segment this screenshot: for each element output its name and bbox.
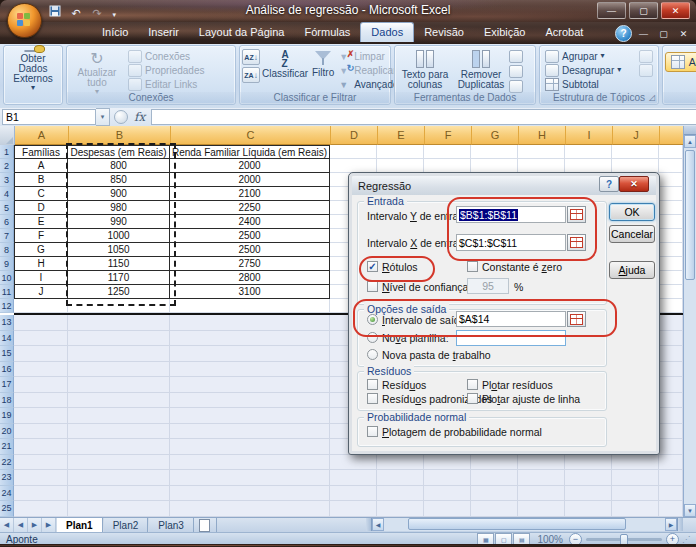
- input-y-range-field[interactable]: $B$1:$B$11: [456, 206, 566, 223]
- cell-G2[interactable]: [471, 159, 518, 173]
- cell-A9[interactable]: H: [14, 257, 68, 271]
- cell-B8[interactable]: 1050: [68, 243, 170, 257]
- col-header-partial[interactable]: [660, 126, 684, 145]
- vertical-scrollbar[interactable]: ▲ ▼: [683, 126, 696, 517]
- data-analysis-button[interactable]: Análise de Dados: [665, 52, 696, 72]
- cell-A12[interactable]: [14, 299, 68, 313]
- x-range-picker-button[interactable]: [567, 234, 586, 251]
- cell-partial-6[interactable]: [659, 215, 683, 229]
- row-header-15[interactable]: 15: [0, 346, 14, 362]
- cell-I2[interactable]: [565, 159, 612, 173]
- cell-C15[interactable]: [170, 346, 330, 362]
- row-header-14[interactable]: 14: [0, 331, 14, 347]
- cell-A6[interactable]: E: [14, 215, 68, 229]
- cell-B9[interactable]: 1150: [68, 257, 170, 271]
- zoom-slider[interactable]: [586, 538, 662, 541]
- first-sheet-icon[interactable]: ◀: [0, 518, 14, 532]
- scroll-up-icon[interactable]: ▲: [684, 135, 696, 148]
- residuals-checkbox[interactable]: [367, 379, 378, 390]
- cell-A4[interactable]: C: [14, 187, 68, 201]
- cell-B2[interactable]: 800: [68, 159, 170, 173]
- tab-revisão[interactable]: Revisão: [414, 22, 474, 41]
- clear-filter-button[interactable]: ▼✗ Limpar: [336, 49, 401, 63]
- cell-I25[interactable]: [565, 501, 612, 517]
- cell-J22[interactable]: [612, 455, 659, 471]
- cell-B25[interactable]: [68, 501, 170, 517]
- cell-partial-17[interactable]: [659, 377, 683, 393]
- tab-fórmulas[interactable]: Fórmulas: [295, 22, 361, 41]
- cell-A13[interactable]: [14, 315, 68, 331]
- last-sheet-icon[interactable]: ▶: [42, 518, 56, 532]
- cell-partial-14[interactable]: [659, 331, 683, 347]
- cell-partial-8[interactable]: [659, 243, 683, 257]
- cell-B15[interactable]: [68, 346, 170, 362]
- cell-B13[interactable]: [68, 315, 170, 331]
- cell-G23[interactable]: [471, 470, 518, 486]
- output-range-field[interactable]: $A$14: [456, 311, 566, 327]
- select-all-corner[interactable]: [0, 126, 15, 146]
- cell-C23[interactable]: [170, 470, 330, 486]
- data-validation-icon[interactable]: [509, 50, 523, 63]
- cell-B10[interactable]: 1170: [68, 271, 170, 285]
- scroll-down-icon[interactable]: ▼: [684, 504, 696, 517]
- new-worksheet-field[interactable]: [456, 330, 566, 346]
- cell-partial-12[interactable]: [659, 299, 683, 313]
- cell-J23[interactable]: [612, 470, 659, 486]
- sheet-tab-plan1[interactable]: Plan1: [56, 518, 103, 532]
- cell-C19[interactable]: [170, 408, 330, 424]
- filter-button[interactable]: Filtro: [310, 48, 336, 92]
- reapply-filter-button[interactable]: ▼↻ Reaplicar: [336, 63, 401, 77]
- row-header-18[interactable]: 18: [0, 393, 14, 409]
- cell-A25[interactable]: [14, 501, 68, 517]
- cell-D24[interactable]: [330, 486, 377, 502]
- row-header-12[interactable]: 12: [0, 299, 14, 313]
- cell-A11[interactable]: J: [14, 285, 68, 299]
- sheet-tab-plan2[interactable]: Plan2: [103, 518, 149, 532]
- cell-J25[interactable]: [612, 501, 659, 517]
- row-header-7[interactable]: 7: [0, 229, 14, 243]
- cell-I23[interactable]: [565, 470, 612, 486]
- cell-C17[interactable]: [170, 377, 330, 393]
- undo-icon[interactable]: ↶: [67, 6, 85, 22]
- cell-A15[interactable]: [14, 346, 68, 362]
- sort-az-button[interactable]: AZ↓: [242, 49, 260, 65]
- cancel-button[interactable]: Cancelar: [609, 225, 655, 243]
- insert-worksheet-button[interactable]: [194, 518, 217, 532]
- cell-partial-9[interactable]: [659, 257, 683, 271]
- cell-G22[interactable]: [471, 455, 518, 471]
- cell-B20[interactable]: [68, 424, 170, 440]
- help-icon[interactable]: ?: [615, 25, 632, 42]
- cell-H24[interactable]: [518, 486, 565, 502]
- cell-partial-18[interactable]: [659, 393, 683, 409]
- cell-partial-4[interactable]: [659, 187, 683, 201]
- sort-button[interactable]: AZ Classificar: [260, 48, 310, 92]
- workbook-close-icon[interactable]: ✕: [675, 27, 692, 40]
- row-header-13[interactable]: 13: [0, 315, 14, 331]
- cell-D2[interactable]: [330, 159, 377, 173]
- row-header-8[interactable]: 8: [0, 243, 14, 257]
- name-box-dropdown-icon[interactable]: ▾: [96, 108, 110, 126]
- cell-A10[interactable]: I: [14, 271, 68, 285]
- cell-partial-24[interactable]: [659, 486, 683, 502]
- cell-A24[interactable]: [14, 486, 68, 502]
- normal-probability-checkbox[interactable]: [367, 426, 378, 437]
- row-header-11[interactable]: 11: [0, 285, 14, 299]
- cell-partial-20[interactable]: [659, 424, 683, 440]
- new-worksheet-radio[interactable]: [367, 332, 378, 343]
- tab-início[interactable]: Início: [92, 22, 138, 41]
- dialog-close-button[interactable]: ✕: [619, 176, 649, 192]
- cell-A7[interactable]: F: [14, 229, 68, 243]
- scrollbar-split-handle[interactable]: [677, 518, 683, 531]
- cell-A22[interactable]: [14, 455, 68, 471]
- col-header-C[interactable]: C: [171, 126, 331, 145]
- office-button[interactable]: [7, 3, 42, 38]
- cell-C8[interactable]: 2500: [170, 243, 330, 257]
- cell-F24[interactable]: [424, 486, 471, 502]
- cell-H1[interactable]: [518, 145, 565, 159]
- qat-more-icon[interactable]: ▾: [109, 7, 119, 23]
- col-header-B[interactable]: B: [69, 126, 171, 145]
- cell-J1[interactable]: [612, 145, 659, 159]
- cell-C24[interactable]: [170, 486, 330, 502]
- col-header-F[interactable]: F: [425, 126, 472, 145]
- cell-partial-1[interactable]: [659, 145, 683, 159]
